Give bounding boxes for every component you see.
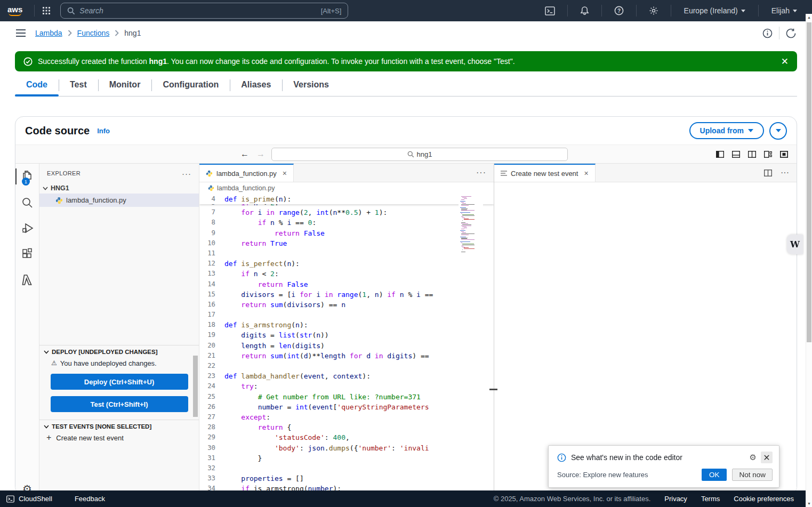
circle-arrow-icon[interactable]: [786, 28, 796, 38]
code-line[interactable]: 12def is_perfect(n):: [199, 259, 459, 269]
code-line[interactable]: 5 if n < 2:: [199, 204, 459, 207]
code-line[interactable]: 28 return {: [199, 422, 459, 432]
explorer-more-icon[interactable]: ···: [182, 169, 191, 178]
file-item-lambda-function[interactable]: lambda_function.py: [39, 194, 199, 207]
code-line[interactable]: 21 return sum(int(d)**length for d in di…: [199, 351, 459, 361]
code-line[interactable]: 18def is_armstrong(n):: [199, 320, 459, 330]
notification-ok-button[interactable]: OK: [702, 469, 727, 481]
info-link[interactable]: Info: [97, 127, 110, 135]
code-line[interactable]: 16 return sum(divisors) == n: [199, 300, 459, 310]
code-line[interactable]: 7 for i in range(2, int(n**0.5) + 1):: [199, 207, 459, 218]
panel-more-actions-icon[interactable]: ···: [781, 168, 789, 178]
deploy-section-header[interactable]: DEPLOY [UNDEPLOYED CHANGES]: [39, 345, 199, 357]
search-activity-icon[interactable]: [15, 197, 39, 208]
close-tab-icon[interactable]: ×: [283, 169, 287, 178]
scrollbar-thumb[interactable]: [807, 22, 811, 342]
toggle-left-panel-icon[interactable]: [716, 151, 724, 158]
extensions-activity-icon[interactable]: [15, 248, 39, 260]
project-tree-root[interactable]: HNG1: [39, 183, 199, 194]
explorer-scrollbar-thumb[interactable]: [193, 356, 198, 417]
help-icon[interactable]: ?: [607, 6, 631, 15]
w-widget-tab[interactable]: W: [787, 235, 803, 254]
code-line[interactable]: 19 digits = list(str(n)): [199, 330, 459, 340]
breadcrumb-functions[interactable]: Functions: [77, 29, 110, 37]
cloudshell-icon[interactable]: [538, 6, 562, 15]
code-line[interactable]: 14 return False: [199, 279, 459, 289]
banner-close-icon[interactable]: ✕: [781, 56, 789, 67]
code-lines[interactable]: 7 for i in range(2, int(n**0.5) + 1):8 i…: [199, 207, 494, 495]
code-line[interactable]: 27 except:: [199, 412, 459, 422]
split-panel-icon[interactable]: [764, 170, 772, 176]
panel-resize-handle[interactable]: [489, 389, 497, 390]
code-line[interactable]: 4def is_prime(n):: [199, 194, 459, 204]
editor-tab-lambda-function[interactable]: lambda_function.py ×: [199, 164, 294, 182]
services-grid-icon[interactable]: [42, 6, 51, 15]
code-line[interactable]: 10 return True: [199, 238, 459, 248]
tab-configuration[interactable]: Configuration: [151, 75, 230, 96]
code-line[interactable]: 23def lambda_handler(event, context):: [199, 371, 459, 381]
terms-link[interactable]: Terms: [701, 495, 720, 503]
test-events-section-header[interactable]: TEST EVENTS [NONE SELECTED]: [39, 420, 199, 432]
maximize-editor-icon[interactable]: [780, 151, 788, 158]
code-line[interactable]: 8 if n % i == 0:: [199, 218, 459, 228]
code-line[interactable]: 15 divisors = [i for i in range(1, n) if…: [199, 289, 459, 300]
code-line[interactable]: 22: [199, 361, 459, 371]
code-line[interactable]: 17: [199, 310, 459, 320]
run-debug-activity-icon[interactable]: [15, 222, 39, 234]
scroll-up-icon[interactable]: ▲: [807, 15, 811, 19]
search-input[interactable]: [79, 6, 316, 15]
code-line[interactable]: 11: [199, 248, 459, 259]
code-editor[interactable]: 4def is_prime(n): 5 if n < 2: 7 for i in…: [199, 194, 494, 495]
more-actions-button[interactable]: [769, 122, 787, 140]
code-line[interactable]: 24 try:: [199, 381, 459, 391]
code-line[interactable]: 31 }: [199, 453, 459, 463]
tab-test[interactable]: Test: [59, 75, 98, 96]
editor-more-actions-icon[interactable]: ···: [476, 168, 486, 178]
account-menu[interactable]: Elijah: [764, 6, 805, 15]
region-selector[interactable]: Europe (Ireland): [677, 6, 753, 15]
code-line[interactable]: 32: [199, 463, 459, 473]
notification-not-now-button[interactable]: Not now: [732, 469, 773, 481]
aws-logo[interactable]: aws: [7, 6, 22, 16]
scroll-down-icon[interactable]: ▼: [807, 502, 811, 505]
code-line[interactable]: 30 'body': json.dumps({'number': 'invali: [199, 443, 459, 453]
create-test-event-tab[interactable]: Create new test event ×: [494, 164, 596, 182]
lambda-activity-icon[interactable]: [15, 273, 39, 286]
settings-gear-icon[interactable]: [642, 6, 665, 15]
customize-layout-icon[interactable]: [764, 151, 772, 158]
page-scrollbar[interactable]: ▲ ▼: [806, 14, 812, 507]
info-panel-icon[interactable]: [762, 28, 773, 38]
minimap[interactable]: [459, 194, 483, 255]
toggle-bottom-panel-icon[interactable]: [732, 151, 740, 158]
toggle-split-editor-icon[interactable]: [748, 151, 756, 158]
navigate-back-icon[interactable]: ←: [240, 149, 249, 159]
quick-open-input[interactable]: hng1: [271, 148, 568, 161]
code-line[interactable]: 29 'statusCode': 400,: [199, 432, 459, 442]
close-tab-icon[interactable]: ×: [584, 169, 588, 178]
side-nav-hamburger-icon[interactable]: [16, 29, 26, 37]
code-line[interactable]: 9 return False: [199, 228, 459, 238]
notification-close-icon[interactable]: ✕: [761, 452, 773, 463]
breadcrumb-lambda[interactable]: Lambda: [35, 29, 62, 37]
cookie-preferences-link[interactable]: Cookie preferences: [734, 495, 794, 503]
code-line[interactable]: 26 number = int(event['queryStringParame…: [199, 402, 459, 412]
explorer-activity-icon[interactable]: 1: [15, 170, 39, 183]
tab-aliases[interactable]: Aliases: [230, 75, 282, 96]
cloudshell-button[interactable]: CloudShell: [0, 495, 59, 503]
upload-from-button[interactable]: Upload from: [689, 122, 764, 139]
tab-monitor[interactable]: Monitor: [98, 75, 152, 96]
navigate-forward-icon[interactable]: →: [256, 149, 265, 159]
code-line[interactable]: 25 # Get number from URL like: ?number=3…: [199, 392, 459, 402]
tab-versions[interactable]: Versions: [282, 75, 340, 96]
code-line[interactable]: 33 properties = []: [199, 473, 459, 484]
test-button[interactable]: Test (Ctrl+Shift+I): [51, 396, 188, 412]
global-search[interactable]: [Alt+S]: [60, 3, 348, 19]
editor-breadcrumb[interactable]: lambda_function.py: [199, 182, 494, 194]
notification-settings-gear-icon[interactable]: ⚙: [750, 453, 757, 462]
tab-code[interactable]: Code: [15, 75, 59, 96]
code-line[interactable]: 20 length = len(digits): [199, 341, 459, 351]
notifications-bell-icon[interactable]: [573, 6, 596, 15]
create-test-event-link[interactable]: + Create new test event: [39, 432, 199, 448]
sticky-scroll-line[interactable]: 4def is_prime(n):: [199, 194, 494, 204]
deploy-button[interactable]: Deploy (Ctrl+Shift+U): [51, 374, 188, 390]
